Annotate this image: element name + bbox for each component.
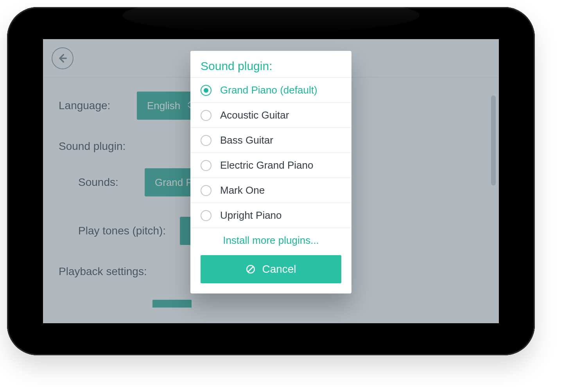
- option-label: Upright Piano: [220, 209, 282, 221]
- install-more-plugins-link[interactable]: Install more plugins...: [223, 234, 319, 246]
- radio-icon: [201, 185, 212, 196]
- app-screen: GLOBAL SETTINGS Language: English Sound …: [43, 39, 499, 323]
- radio-icon: [201, 210, 212, 221]
- cancel-icon: [246, 264, 256, 274]
- cancel-button[interactable]: Cancel: [201, 255, 341, 283]
- option-label: Grand Piano (default): [220, 84, 317, 96]
- sound-plugin-dialog: Sound plugin: Grand Piano (default) Acou…: [190, 51, 351, 293]
- option-electric-grand-piano[interactable]: Electric Grand Piano: [190, 153, 351, 178]
- svg-line-1: [248, 267, 253, 272]
- row-install-more: Install more plugins...: [190, 228, 351, 250]
- dialog-title: Sound plugin:: [190, 59, 351, 77]
- option-acoustic-guitar[interactable]: Acoustic Guitar: [190, 103, 351, 128]
- radio-icon: [201, 85, 212, 96]
- tablet-device-frame: GLOBAL SETTINGS Language: English Sound …: [7, 7, 535, 355]
- cancel-label: Cancel: [262, 263, 296, 275]
- radio-icon: [201, 110, 212, 121]
- option-mark-one[interactable]: Mark One: [190, 178, 351, 203]
- radio-icon: [201, 135, 212, 146]
- option-label: Mark One: [220, 184, 265, 196]
- radio-icon: [201, 160, 212, 171]
- option-bass-guitar[interactable]: Bass Guitar: [190, 128, 351, 153]
- option-grand-piano[interactable]: Grand Piano (default): [190, 77, 351, 103]
- option-label: Bass Guitar: [220, 134, 273, 146]
- option-label: Acoustic Guitar: [220, 109, 289, 121]
- option-upright-piano[interactable]: Upright Piano: [190, 203, 351, 228]
- option-label: Electric Grand Piano: [220, 159, 313, 171]
